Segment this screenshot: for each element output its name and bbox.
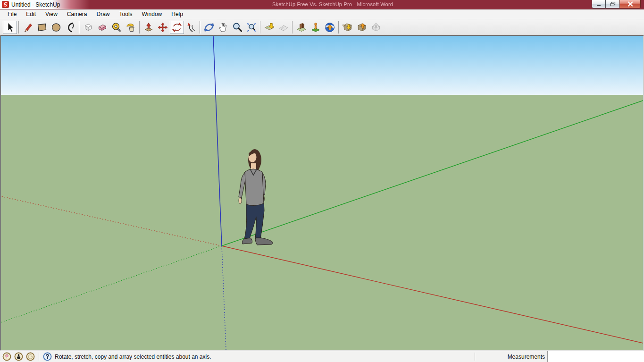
pencil-icon (22, 22, 33, 33)
zoom-magnifier-icon (232, 22, 243, 33)
eraser-icon (97, 22, 108, 33)
zoom-tool-button[interactable] (230, 21, 244, 34)
toolbar-separator (338, 21, 339, 34)
orbit-icon (203, 22, 215, 33)
menu-item-camera[interactable]: Camera (62, 10, 92, 18)
toolbar-separator (79, 21, 80, 34)
component-box-icon (83, 22, 94, 33)
toolbar (0, 19, 644, 35)
menu-item-edit[interactable]: Edit (21, 10, 41, 18)
share-model-icon (356, 22, 368, 33)
photo-textures-icon (296, 22, 307, 33)
menu-item-help[interactable]: Help (167, 10, 188, 18)
figure-sweater (245, 169, 264, 206)
zoom-extents-icon (246, 22, 257, 33)
close-icon (627, 1, 633, 7)
sky (1, 36, 643, 95)
share-component-icon (370, 22, 382, 33)
model-viewport[interactable] (0, 35, 644, 351)
position-camera-button[interactable] (309, 21, 323, 34)
sketchup-logo-icon (2, 1, 9, 8)
google-sign-in-icon[interactable] (26, 352, 35, 361)
google-earth-icon (324, 22, 335, 33)
window-title: Untitled - SketchUp (11, 1, 60, 8)
follow-me-tool-button[interactable] (184, 21, 198, 34)
toolbar-separator (18, 21, 19, 34)
close-button[interactable] (619, 0, 641, 8)
select-tool-button[interactable] (3, 21, 17, 34)
minimize-button[interactable] (592, 0, 606, 8)
restore-button[interactable] (606, 0, 619, 8)
push-pull-tool-button[interactable] (142, 21, 156, 34)
measurements-label: Measurements (479, 354, 545, 360)
restore-icon (610, 1, 616, 7)
share-model-button[interactable] (355, 21, 369, 34)
preview-google-earth-button[interactable] (323, 21, 337, 34)
line-tool-button[interactable] (21, 21, 35, 34)
ground-plane (1, 95, 643, 350)
pan-tool-button[interactable] (216, 21, 230, 34)
question-mark-icon[interactable] (43, 352, 52, 361)
menu-bar: File Edit View Camera Draw Tools Window … (0, 9, 644, 19)
menu-item-window[interactable]: Window (137, 10, 167, 18)
model-scene (1, 36, 643, 350)
arc-tool-button[interactable] (63, 21, 77, 34)
rotate-arrows-icon (171, 22, 183, 33)
toggle-terrain-button[interactable] (276, 21, 291, 34)
zoom-extents-button[interactable] (244, 21, 259, 34)
status-bar: Rotate, stretch, copy and array selected… (0, 351, 644, 362)
pan-hand-icon (217, 22, 229, 33)
geolocation-balloon-icon[interactable] (2, 352, 11, 361)
window-controls (592, 0, 641, 8)
paint-bucket-tool-button[interactable] (124, 21, 138, 34)
get-models-button[interactable] (341, 21, 355, 34)
photo-textures-button[interactable] (294, 21, 309, 34)
menu-item-tools[interactable]: Tools (115, 10, 137, 18)
rectangle-tool-button[interactable] (35, 21, 49, 34)
select-arrow-icon (4, 22, 16, 33)
get-models-icon (342, 22, 353, 33)
follow-me-icon (185, 22, 197, 33)
minimize-icon (596, 2, 602, 7)
eraser-tool-button[interactable] (95, 21, 109, 34)
orbit-tool-button[interactable] (202, 21, 216, 34)
add-location-button[interactable] (262, 21, 276, 34)
tape-measure-tool-button[interactable] (109, 21, 124, 34)
move-tool-button[interactable] (156, 21, 170, 34)
measurements-input[interactable] (547, 351, 644, 362)
circle-icon (50, 22, 62, 33)
add-location-icon (264, 22, 275, 33)
toolbar-separator (260, 21, 261, 34)
figure-watch (241, 198, 242, 199)
circle-tool-button[interactable] (49, 21, 63, 34)
menu-item-view[interactable]: View (41, 10, 62, 18)
title-bar: Untitled - SketchUp SketchUp Free Vs. Sk… (0, 0, 644, 9)
push-pull-icon (143, 22, 154, 33)
position-camera-icon (310, 22, 321, 33)
toolbar-separator (200, 21, 201, 34)
menu-item-draw[interactable]: Draw (92, 10, 115, 18)
status-hint-text: Rotate, stretch, copy and array selected… (55, 354, 211, 360)
statusbar-separator (39, 353, 39, 361)
arc-icon (65, 22, 76, 33)
statusbar-separator (475, 353, 475, 361)
rotate-tool-button[interactable] (170, 21, 184, 34)
paint-bucket-icon (125, 22, 136, 33)
move-arrows-icon (157, 22, 168, 33)
tape-measure-icon (111, 22, 122, 33)
toggle-terrain-icon (278, 22, 289, 33)
make-component-button[interactable] (81, 21, 95, 34)
overlapped-window-title: SketchUp Free Vs. SketchUp Pro - Microso… (255, 1, 410, 7)
rectangle-icon (36, 22, 48, 33)
toolbar-separator (139, 21, 140, 34)
menu-item-file[interactable]: File (3, 10, 21, 18)
person-credit-icon[interactable] (14, 352, 23, 361)
toolbar-separator (292, 21, 293, 34)
share-component-button[interactable] (369, 21, 383, 34)
